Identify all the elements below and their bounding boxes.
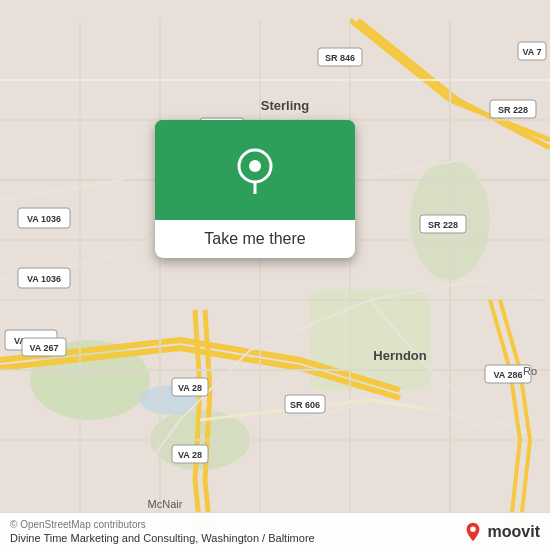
bottom-left: © OpenStreetMap contributors Divine Time… — [10, 519, 315, 544]
moovit-text: moovit — [488, 523, 540, 541]
map-svg: VA 1036 VA 1036 VA 1036 VA 625 SR 846 VA… — [0, 0, 550, 550]
svg-text:VA 1036: VA 1036 — [27, 274, 61, 284]
svg-point-47 — [470, 526, 476, 532]
map-container: VA 1036 VA 1036 VA 1036 VA 625 SR 846 VA… — [0, 0, 550, 550]
svg-text:SR 606: SR 606 — [290, 400, 320, 410]
map-pin-icon — [231, 146, 279, 194]
bottom-bar: © OpenStreetMap contributors Divine Time… — [0, 512, 550, 550]
svg-text:SR 228: SR 228 — [428, 220, 458, 230]
svg-text:VA 28: VA 28 — [178, 450, 202, 460]
location-card-icon — [155, 120, 355, 220]
svg-text:SR 228: SR 228 — [498, 105, 528, 115]
moovit-pin-icon — [462, 521, 484, 543]
city-label-sterling: Sterling — [261, 98, 309, 113]
svg-text:VA 28: VA 28 — [178, 383, 202, 393]
svg-text:VA 286: VA 286 — [493, 370, 522, 380]
moovit-logo: moovit — [462, 521, 540, 543]
take-me-there-button[interactable]: Take me there — [155, 220, 355, 258]
svg-text:SR 846: SR 846 — [325, 53, 355, 63]
location-name: Divine Time Marketing and Consulting, Wa… — [10, 532, 315, 544]
svg-rect-0 — [0, 20, 550, 530]
svg-text:VA 267: VA 267 — [29, 343, 58, 353]
svg-text:VA 1036: VA 1036 — [27, 214, 61, 224]
svg-text:Ro: Ro — [523, 365, 537, 377]
city-label-herndon: Herndon — [373, 348, 427, 363]
svg-point-46 — [249, 160, 261, 172]
copyright-text: © OpenStreetMap contributors — [10, 519, 315, 530]
location-card: Take me there — [155, 120, 355, 258]
svg-text:VA 7: VA 7 — [522, 47, 541, 57]
city-label-mcnair: McNair — [148, 498, 183, 510]
